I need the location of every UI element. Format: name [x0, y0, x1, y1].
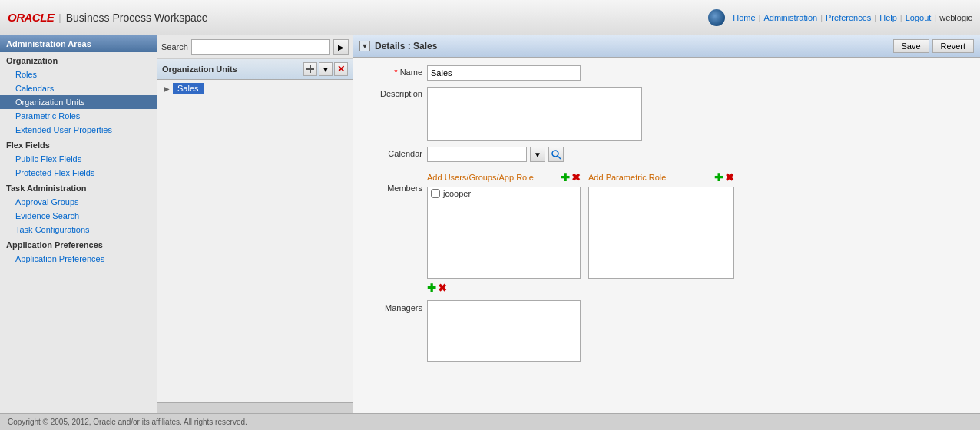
sidebar: Administration Areas Organization Roles …	[0, 35, 157, 413]
add-member-button[interactable]: ✚	[427, 282, 436, 294]
sidebar-section-task-admin: Task Administration	[0, 180, 157, 195]
sidebar-item-approval-groups[interactable]: Approval Groups	[0, 195, 157, 209]
members-row: Members Add Users/Groups/App Role ✚ ✖	[361, 168, 972, 294]
managers-block	[427, 300, 581, 362]
required-star: *	[394, 68, 397, 77]
remove-users-button[interactable]: ✖	[571, 171, 581, 184]
member-checkbox-jcooper[interactable]	[431, 189, 440, 198]
sidebar-item-public-flex-fields[interactable]: Public Flex Fields	[0, 152, 157, 166]
header: ORACLE | Business Process Workspace Home…	[0, 0, 980, 35]
remove-parametric-button[interactable]: ✖	[725, 171, 734, 184]
revert-button[interactable]: Revert	[932, 39, 974, 53]
header-left: ORACLE | Business Process Workspace	[8, 11, 208, 24]
middle-panel: Search ▶ Organization Units ▼ ✕ ▶	[157, 35, 353, 413]
sidebar-item-roles[interactable]: Roles	[0, 68, 157, 81]
calendar-dropdown-button[interactable]: ▼	[530, 147, 545, 162]
globe-icon	[708, 9, 725, 26]
tree-arrow-icon: ▶	[164, 84, 170, 93]
org-units-panel: Organization Units ▼ ✕ ▶ Sales	[157, 59, 353, 402]
collapse-button[interactable]: ▼	[359, 41, 370, 51]
username: weblogic	[939, 13, 972, 22]
calendar-label: Calendar	[361, 147, 422, 158]
members-actions: ✚ ✖	[427, 282, 581, 294]
add-parametric-button[interactable]: ✚	[714, 171, 723, 184]
svg-rect-1	[310, 65, 311, 73]
svg-line-3	[558, 156, 561, 159]
search-input[interactable]	[191, 39, 330, 55]
calendar-lookup-button[interactable]	[548, 147, 564, 162]
org-item-sales[interactable]: ▶ Sales	[157, 80, 353, 97]
help-link[interactable]: Help	[879, 13, 897, 22]
sidebar-section-app-prefs: Application Preferences	[0, 237, 157, 252]
horizontal-scrollbar[interactable]	[157, 402, 353, 413]
members-label: Members	[361, 168, 422, 193]
add-users-button[interactable]: ✚	[561, 171, 570, 184]
administration-link[interactable]: Administration	[763, 13, 817, 22]
add-parametric-block: Add Parametric Role ✚ ✖	[588, 171, 734, 294]
members-section: Add Users/Groups/App Role ✚ ✖ jcooper	[427, 171, 734, 294]
managers-list[interactable]	[427, 300, 581, 362]
search-label: Search	[161, 42, 188, 51]
calendar-row: Calendar ▼	[361, 147, 972, 162]
remove-member-button[interactable]: ✖	[438, 282, 447, 294]
description-label: Description	[361, 87, 422, 98]
sidebar-section-organization: Organization	[0, 52, 157, 68]
managers-label: Managers	[361, 300, 422, 313]
managers-row: Managers	[361, 300, 972, 362]
svg-point-2	[552, 150, 558, 157]
description-row: Description	[361, 87, 972, 141]
sidebar-item-evidence-search[interactable]: Evidence Search	[0, 209, 157, 223]
org-units-delete[interactable]: ✕	[334, 62, 348, 76]
org-item-label[interactable]: Sales	[173, 83, 204, 94]
detail-body: * Name Description Calendar ▼	[353, 58, 980, 369]
sidebar-item-calendars[interactable]: Calendars	[0, 81, 157, 95]
users-list[interactable]: jcooper	[427, 187, 581, 279]
detail-header-title: ▼ Details : Sales	[359, 41, 437, 51]
org-units-action-1[interactable]	[303, 62, 317, 76]
detail-title: Details : Sales	[375, 41, 437, 51]
detail-actions: Save Revert	[893, 39, 974, 53]
preferences-link[interactable]: Preferences	[826, 13, 871, 22]
org-units-title: Organization Units	[162, 64, 237, 74]
name-label: * Name	[361, 65, 422, 77]
home-link[interactable]: Home	[733, 13, 755, 22]
sidebar-section-flex-fields: Flex Fields	[0, 137, 157, 152]
sidebar-item-parametric-roles[interactable]: Parametric Roles	[0, 109, 157, 123]
logout-link[interactable]: Logout	[906, 13, 932, 22]
search-bar: Search ▶	[157, 35, 353, 59]
search-go-button[interactable]: ▶	[333, 39, 349, 55]
app-title: Business Process Workspace	[66, 12, 208, 24]
footer-copyright: Copyright © 2005, 2012, Oracle and/or it…	[8, 418, 247, 426]
footer: Copyright © 2005, 2012, Oracle and/or it…	[0, 413, 980, 430]
add-users-label: Add Users/Groups/App Role	[427, 173, 534, 182]
sidebar-item-task-configurations[interactable]: Task Configurations	[0, 223, 157, 237]
sidebar-item-application-preferences[interactable]: Application Preferences	[0, 252, 157, 266]
add-parametric-label: Add Parametric Role	[588, 173, 667, 182]
sidebar-item-extended-user-properties[interactable]: Extended User Properties	[0, 123, 157, 137]
detail-panel: ▼ Details : Sales Save Revert * Name Des…	[353, 35, 980, 413]
sidebar-item-protected-flex-fields[interactable]: Protected Flex Fields	[0, 166, 157, 180]
sidebar-item-organization-units[interactable]: Organization Units	[0, 95, 157, 109]
name-input[interactable]	[427, 65, 581, 81]
org-units-header: Organization Units ▼ ✕	[157, 59, 353, 80]
main-area: Administration Areas Organization Roles …	[0, 35, 980, 413]
member-name-jcooper: jcooper	[443, 189, 471, 198]
parametric-list[interactable]	[588, 187, 734, 279]
description-textarea[interactable]	[427, 87, 642, 141]
save-button[interactable]: Save	[893, 39, 929, 53]
detail-header: ▼ Details : Sales Save Revert	[353, 35, 980, 58]
member-item-jcooper[interactable]: jcooper	[428, 187, 580, 200]
name-row: * Name	[361, 65, 972, 81]
calendar-input[interactable]	[427, 147, 527, 162]
header-nav: Home | Administration | Preferences | He…	[708, 9, 972, 26]
sidebar-title: Administration Areas	[0, 35, 157, 52]
oracle-logo: ORACLE	[8, 11, 54, 24]
org-units-action-2[interactable]: ▼	[319, 62, 333, 76]
add-users-block: Add Users/Groups/App Role ✚ ✖ jcooper	[427, 171, 581, 294]
